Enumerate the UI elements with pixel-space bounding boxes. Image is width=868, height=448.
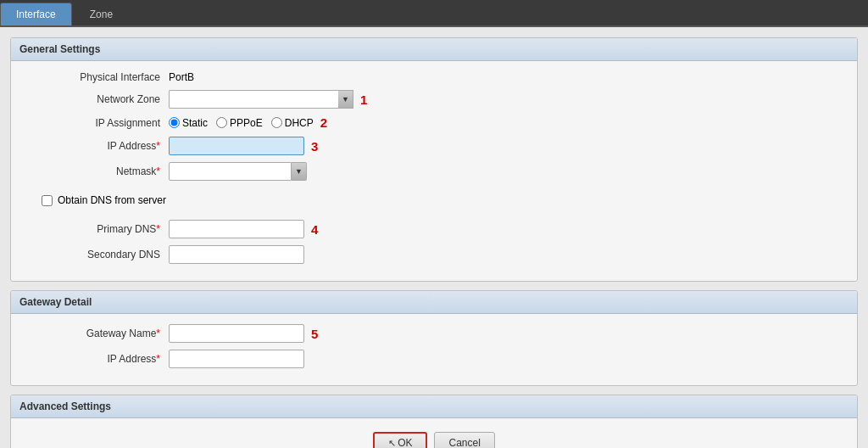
network-zone-dropdown-arrow[interactable]: ▼ — [338, 90, 353, 109]
ip-address-row: IP Address* 192.168.13.14 3 — [25, 137, 843, 155]
advanced-settings-body: ↖OK Cancel — [11, 418, 857, 448]
gateway-name-row: Gateway Name* DHCP_PortB_GW 5 — [25, 324, 843, 343]
annotation-3: 3 — [311, 139, 318, 154]
cursor-icon: ↖ — [388, 438, 396, 448]
ip-assignment-label: IP Assignment — [25, 117, 160, 129]
ip-address-label: IP Address* — [25, 140, 160, 152]
secondary-dns-label: Secondary DNS — [25, 249, 160, 260]
ok-button[interactable]: ↖OK — [373, 432, 427, 448]
radio-pppoe[interactable]: PPPoE — [216, 117, 263, 129]
gateway-ip-label: IP Address* — [25, 353, 160, 365]
netmask-label: Netmask* — [25, 165, 160, 177]
network-zone-row: Network Zone WAN ▼ 1 — [25, 90, 843, 109]
annotation-2: 2 — [320, 115, 327, 130]
physical-interface-row: Physical Interface PortB — [25, 71, 843, 83]
obtain-dns-row: Obtain DNS from server — [25, 194, 843, 206]
tab-zone[interactable]: Zone — [74, 3, 129, 25]
gateway-name-label: Gateway Name* — [25, 328, 160, 339]
netmask-input[interactable]: /24 (255.255.255.0) — [169, 162, 292, 181]
annotation-5: 5 — [311, 327, 318, 341]
gateway-detail-body: Gateway Name* DHCP_PortB_GW 5 IP Address… — [11, 314, 857, 385]
gateway-ip-row: IP Address* 192.168.13.1 — [25, 350, 843, 368]
general-settings-panel: General Settings Physical Interface Port… — [10, 37, 858, 282]
ip-assignment-row: IP Assignment Static PPPoE DHCP 2 — [25, 115, 843, 130]
radio-static[interactable]: Static — [169, 117, 208, 129]
network-zone-select-wrapper: WAN ▼ — [169, 90, 353, 109]
radio-dhcp[interactable]: DHCP — [271, 117, 314, 129]
annotation-4: 4 — [311, 222, 318, 237]
main-content: General Settings Physical Interface Port… — [0, 27, 868, 448]
radio-pppoe-label: PPPoE — [230, 117, 263, 129]
network-zone-label: Network Zone — [25, 93, 160, 105]
radio-dhcp-label: DHCP — [285, 117, 314, 129]
netmask-wrapper: /24 (255.255.255.0) ▼ — [169, 162, 307, 181]
advanced-settings-header: Advanced Settings — [11, 395, 857, 418]
physical-interface-label: Physical Interface — [25, 71, 160, 83]
gateway-detail-panel: Gateway Detail Gateway Name* DHCP_PortB_… — [10, 290, 858, 386]
general-settings-header: General Settings — [11, 38, 857, 61]
network-zone-input[interactable]: WAN — [169, 90, 338, 109]
gateway-ip-input[interactable]: 192.168.13.1 — [169, 350, 304, 368]
general-settings-body: Physical Interface PortB Network Zone WA… — [11, 61, 857, 281]
secondary-dns-input[interactable] — [169, 245, 304, 264]
primary-dns-row: Primary DNS* 192.168.13.1 4 — [25, 220, 843, 238]
gateway-detail-header: Gateway Detail — [11, 291, 857, 314]
tab-interface[interactable]: Interface — [0, 3, 72, 25]
ip-assignment-radio-group: Static PPPoE DHCP — [169, 117, 314, 129]
advanced-settings-panel: Advanced Settings ↖OK Cancel — [10, 395, 858, 448]
ip-address-input[interactable]: 192.168.13.14 — [169, 137, 304, 155]
cancel-button[interactable]: Cancel — [434, 432, 494, 448]
netmask-row: Netmask* /24 (255.255.255.0) ▼ — [25, 162, 843, 181]
primary-dns-label: Primary DNS* — [25, 223, 160, 235]
primary-dns-input[interactable]: 192.168.13.1 — [169, 220, 304, 238]
secondary-dns-row: Secondary DNS — [25, 245, 843, 264]
gateway-name-input[interactable]: DHCP_PortB_GW — [169, 324, 304, 343]
obtain-dns-label: Obtain DNS from server — [58, 194, 166, 206]
footer-buttons: ↖OK Cancel — [25, 425, 843, 448]
annotation-1: 1 — [360, 92, 367, 107]
netmask-dropdown-arrow[interactable]: ▼ — [292, 162, 307, 181]
obtain-dns-checkbox[interactable] — [42, 195, 53, 206]
physical-interface-value: PortB — [169, 71, 194, 83]
radio-static-label: Static — [182, 117, 208, 129]
tab-bar: Interface Zone — [0, 0, 868, 27]
